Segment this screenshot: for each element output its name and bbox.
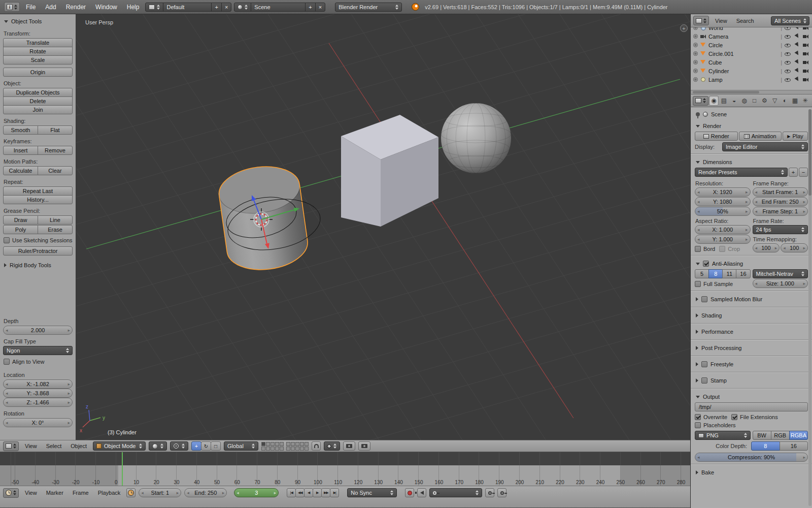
render-panel-header[interactable]: Render <box>695 120 808 132</box>
resolution-y-field[interactable]: Y: 1080 <box>695 197 751 206</box>
layer-toggle[interactable] <box>270 442 275 446</box>
layer-toggle[interactable] <box>261 442 265 446</box>
flat-button[interactable]: Flat <box>38 125 73 135</box>
output-panel-header[interactable]: Output <box>695 391 808 402</box>
file-menu[interactable]: File <box>22 4 39 11</box>
compression-slider[interactable]: Compression: 90% <box>695 453 808 462</box>
layer-toggle[interactable] <box>261 447 265 451</box>
outliner-item-camera[interactable]: Camera| <box>692 32 811 41</box>
vertical-scrollbar[interactable] <box>808 109 811 506</box>
outliner-item-cube[interactable]: Cube| <box>692 58 811 67</box>
add-scene-button[interactable]: + <box>305 3 315 12</box>
opengl-render-animation-button[interactable] <box>358 441 370 451</box>
visibility-eye-icon[interactable] <box>784 59 791 66</box>
disclosure-icon[interactable] <box>693 34 698 39</box>
view-menu[interactable]: View <box>712 18 730 24</box>
anti-aliasing-checkbox[interactable] <box>703 261 709 267</box>
editor-type-selector[interactable] <box>3 441 19 451</box>
snap-toggle[interactable] <box>312 441 321 451</box>
layer-toggle[interactable] <box>275 442 279 446</box>
help-menu[interactable]: Help <box>123 4 143 11</box>
jump-to-prev-keyframe-button[interactable]: ◀◀ <box>295 488 304 497</box>
tab-object-data[interactable]: ▽ <box>770 96 780 106</box>
current-frame-playhead[interactable] <box>122 452 123 486</box>
layer-toggle[interactable] <box>291 447 295 451</box>
scale-button[interactable]: Scale <box>3 55 73 65</box>
play-reverse-button[interactable]: ◀ <box>304 488 313 497</box>
editor-type-selector[interactable] <box>3 488 19 498</box>
selectability-arrow-icon[interactable] <box>793 33 800 40</box>
placeholders-checkbox[interactable]: Placeholders <box>695 422 736 428</box>
sketching-sessions-checkbox[interactable]: Use Sketching Sessions <box>4 237 73 243</box>
freestyle-panel-header[interactable]: Freestyle <box>695 359 808 370</box>
rigid-body-tools-panel-header[interactable]: Rigid Body Tools <box>3 260 73 271</box>
selectability-arrow-icon[interactable] <box>793 27 800 31</box>
renderability-camera-icon[interactable] <box>802 76 809 83</box>
border-checkbox[interactable]: Bord <box>695 246 715 252</box>
timeline-ruler-area[interactable]: -50-40-30-20-100102030405060708090100110… <box>0 465 690 486</box>
render-engine-selector[interactable]: Blender Render <box>335 3 402 12</box>
file-extensions-checkbox[interactable]: File Extensions <box>731 414 778 420</box>
layer-toggle[interactable] <box>295 447 299 451</box>
crop-checkbox[interactable]: Crop <box>719 246 740 252</box>
disclosure-icon[interactable] <box>693 69 698 73</box>
render-display-selector[interactable]: Image Editor <box>722 142 808 151</box>
jump-to-start-button[interactable]: |◀ <box>287 488 296 497</box>
aspect-y-field[interactable]: Y: 1.000 <box>695 235 751 244</box>
smooth-button[interactable]: Smooth <box>3 125 38 135</box>
visibility-eye-icon[interactable] <box>784 68 791 74</box>
editor-type-selector[interactable] <box>693 16 709 25</box>
tab-world[interactable]: ◍ <box>739 96 749 106</box>
view-menu[interactable]: View <box>22 443 40 449</box>
outliner-item-circle[interactable]: Circle| <box>692 41 811 49</box>
ruler-protractor-button[interactable]: Ruler/Protractor <box>3 246 73 256</box>
grease-erase-button[interactable]: Erase <box>38 225 73 234</box>
delete-button[interactable]: Delete <box>3 97 73 106</box>
stamp-checkbox[interactable] <box>701 377 707 384</box>
color-bw-toggle[interactable]: BW <box>753 431 771 440</box>
start-frame-field[interactable]: Start: 1 <box>139 488 181 497</box>
remap-old-field[interactable]: 100 <box>753 243 780 252</box>
add-preset-button[interactable]: + <box>789 168 798 177</box>
current-frame-field[interactable]: 3 <box>234 488 279 497</box>
cube-object[interactable] <box>341 115 438 227</box>
frame-rate-selector[interactable]: 24 fps <box>753 225 808 234</box>
tab-object[interactable]: □ <box>750 96 759 106</box>
aa-filter-selector[interactable]: Mitchell-Netrav <box>753 269 808 278</box>
repeat-last-button[interactable]: Repeat Last <box>3 186 73 196</box>
snap-element-selector[interactable] <box>324 441 340 451</box>
dimensions-panel-header[interactable]: Dimensions <box>695 156 808 168</box>
layer-toggle[interactable] <box>270 447 275 451</box>
render-still-button[interactable]: Render <box>695 132 738 141</box>
location-y-field[interactable]: Y: -3.868 <box>3 389 73 398</box>
render-presets-selector[interactable]: Render Presets <box>695 168 788 177</box>
search-menu[interactable]: Search <box>733 18 757 24</box>
aa-samples-16-toggle[interactable]: 16 <box>736 269 750 278</box>
insert-keyframe-button[interactable]: Insert <box>3 146 38 155</box>
renderability-camera-icon[interactable] <box>802 50 809 57</box>
layer-toggle[interactable] <box>266 447 270 451</box>
visibility-eye-icon[interactable] <box>784 42 791 48</box>
full-sample-checkbox[interactable]: Full Sample <box>695 281 733 287</box>
use-preview-range-toggle[interactable] <box>126 488 136 497</box>
editor-type-selector[interactable] <box>693 96 708 106</box>
end-frame-field[interactable]: End: 250 <box>184 488 227 497</box>
insert-keyframe-button[interactable] <box>485 488 494 497</box>
sampled-motion-blur-panel-header[interactable]: Sampled Motion Blur <box>695 294 808 305</box>
origin-button[interactable]: Origin <box>3 68 73 77</box>
layer-toggle[interactable] <box>300 447 304 451</box>
renderability-camera-icon[interactable] <box>802 27 809 31</box>
overwrite-checkbox[interactable]: Overwrite <box>695 414 727 420</box>
auto-keyframe-record-toggle[interactable] <box>405 488 414 497</box>
add-menu[interactable]: Add <box>42 4 59 11</box>
cap-fill-type-selector[interactable]: Ngon <box>3 346 73 355</box>
mode-selector[interactable]: Object Mode <box>93 441 146 451</box>
calculate-paths-button[interactable]: Calculate <box>3 166 38 175</box>
manipulator-rotate-toggle[interactable]: ↻ <box>201 441 211 451</box>
layer-toggle[interactable] <box>295 442 299 446</box>
tab-scene[interactable]: ◒ <box>729 96 739 106</box>
resolution-x-field[interactable]: X: 1920 <box>695 187 751 197</box>
jump-to-next-keyframe-button[interactable]: ▶▶ <box>321 488 330 497</box>
renderability-camera-icon[interactable] <box>802 42 809 48</box>
disclosure-icon[interactable] <box>693 60 698 65</box>
